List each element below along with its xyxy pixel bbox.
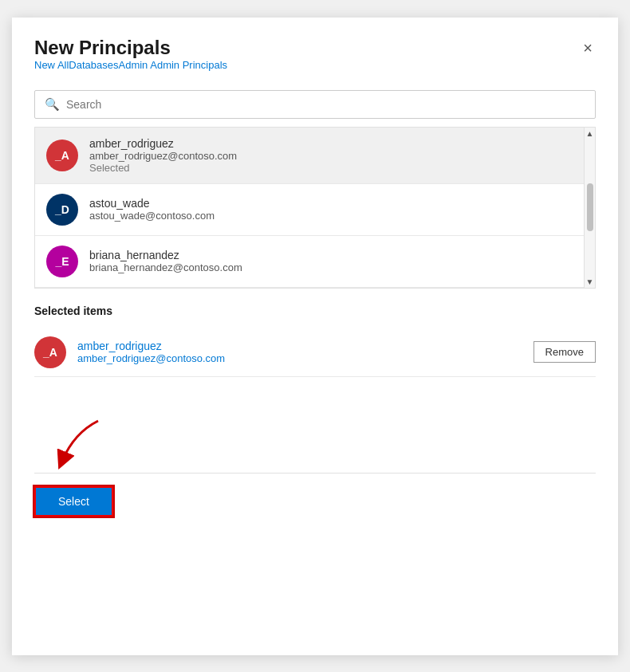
footer-section: Select — [34, 473, 596, 517]
dialog-title: New Principals — [34, 37, 227, 59]
list-item[interactable]: _A amber_rodriguez amber_rodriguez@conto… — [35, 128, 595, 184]
list-item[interactable]: _D astou_wade astou_wade@contoso.com — [35, 184, 595, 236]
scroll-up-arrow[interactable]: ▲ — [586, 129, 594, 138]
close-button[interactable]: × — [580, 37, 596, 59]
item-email: briana_hernandez@contoso.com — [89, 261, 242, 273]
selected-item-row: _A amber_rodriguez amber_rodriguez@conto… — [34, 328, 596, 377]
search-box: 🔍 — [34, 90, 596, 119]
avatar: _E — [46, 246, 78, 277]
list-item[interactable]: _E briana_hernandez briana_hernandez@con… — [35, 236, 595, 288]
selected-item-email: amber_rodriguez@contoso.com — [77, 352, 534, 364]
scroll-thumb[interactable] — [587, 183, 593, 231]
annotation-arrow — [50, 417, 114, 473]
avatar: _D — [46, 194, 78, 226]
item-name: briana_hernandez — [89, 249, 242, 261]
scrollbar[interactable]: ▲ ▼ — [584, 128, 595, 288]
selected-item-name: amber_rodriguez — [77, 340, 534, 352]
avatar: _A — [46, 140, 78, 171]
item-info: amber_rodriguez amber_rodriguez@contoso.… — [89, 137, 237, 174]
user-list-container: _A amber_rodriguez amber_rodriguez@conto… — [34, 127, 596, 289]
new-principals-dialog: New Principals New AllDatabasesAdmin Adm… — [12, 18, 618, 655]
dialog-subtitle: New AllDatabasesAdmin Admin Principals — [34, 59, 227, 71]
item-email: astou_wade@contoso.com — [89, 210, 215, 222]
select-button[interactable]: Select — [34, 486, 113, 517]
dialog-header: New Principals New AllDatabasesAdmin Adm… — [34, 37, 596, 85]
search-icon: 🔍 — [45, 97, 60, 112]
item-info: briana_hernandez briana_hernandez@contos… — [89, 249, 242, 273]
title-group: New Principals New AllDatabasesAdmin Adm… — [34, 37, 227, 85]
selected-items-section: Selected items _A amber_rodriguez amber_… — [34, 305, 596, 377]
item-name: astou_wade — [89, 197, 215, 210]
selected-item-info: amber_rodriguez amber_rodriguez@contoso.… — [77, 340, 534, 364]
item-info: astou_wade astou_wade@contoso.com — [89, 197, 215, 222]
remove-button[interactable]: Remove — [534, 341, 596, 363]
item-email: amber_rodriguez@contoso.com — [89, 150, 237, 162]
avatar: _A — [34, 336, 66, 368]
item-selected-badge: Selected — [89, 162, 237, 174]
scroll-down-arrow[interactable]: ▼ — [586, 277, 594, 286]
item-name: amber_rodriguez — [89, 137, 237, 150]
selected-items-title: Selected items — [34, 305, 596, 317]
search-input[interactable] — [66, 98, 585, 111]
